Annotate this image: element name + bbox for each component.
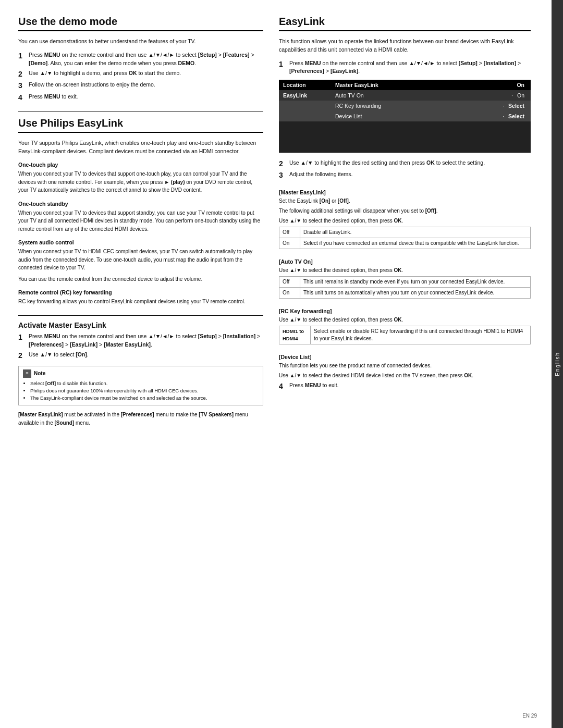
table-rc-value: ·Select: [414, 101, 531, 111]
table-empty-4: [279, 140, 531, 146]
auto-tv-on-instruction: Use ▲/▼ to select the desired option, th…: [279, 266, 531, 274]
auto-tv-on-key: On: [279, 288, 300, 299]
table-autotv-label: Auto TV On: [331, 90, 414, 101]
auto-tv-on-desc: This unit turns on automatically when yo…: [300, 288, 531, 299]
table-row-device: Device List ·Select: [279, 111, 531, 121]
table-row-rc: RC Key forwarding ·Select: [279, 101, 531, 111]
demo-steps-list: 1 Press MENU on the remote control and t…: [18, 51, 263, 102]
easylink-intro: This function allows you to operate the …: [279, 38, 531, 54]
activate-master-easylink-section: Activate Master EasyLink 1 Press MENU on…: [18, 321, 263, 427]
demo-mode-intro: You can use demonstrations to better und…: [18, 38, 263, 46]
option-on-desc: Select if you have connected an external…: [300, 238, 531, 249]
table-device-label: Device List: [331, 111, 414, 121]
device-list-steps: 4 Press MENU to exit.: [279, 381, 531, 391]
left-column: Use the demo mode You can use demonstrat…: [18, 16, 263, 712]
rc-key-bracket: [RC Key forwarding]: [279, 308, 531, 314]
table-empty-2: [279, 128, 531, 134]
philips-easylink-title: Use Philips EasyLink: [18, 117, 263, 133]
philips-easylink-intro: Your TV supports Philips EasyLink, which…: [18, 139, 263, 156]
rc-key-hdmi-row: HDMI1 to HDMI4 Select enable or disable …: [279, 326, 531, 344]
demo-mode-title: Use the demo mode: [18, 16, 263, 31]
master-easylink-options: Off Disable all EasyLink. On Select if y…: [279, 227, 531, 249]
table-device-empty: [279, 111, 331, 121]
table-autotv-value: ·On: [414, 90, 531, 101]
one-touch-play-text: When you connect your TV to devices that…: [18, 170, 263, 194]
one-touch-play-heading: One-touch play: [18, 162, 263, 168]
divider-1: [18, 112, 263, 112]
side-language-label: English: [555, 352, 560, 376]
note-bullet-2: Philips does not guarantee 100% interope…: [30, 387, 259, 394]
rc-key-instruction: Use ▲/▼ to select the desired option, th…: [279, 316, 531, 324]
table-empty-1: [279, 121, 531, 128]
option-on-key: On: [279, 238, 300, 249]
system-audio-text1: When you connect your TV to HDMI CEC com…: [18, 248, 263, 272]
note-box: ≡ Note Select [Off] to disable this func…: [18, 366, 263, 406]
easylink-step-3: 3 Adjust the following items.: [279, 170, 531, 180]
easylink-title: EasyLink: [279, 16, 531, 31]
rc-hdmi-desc: Select enable or disable RC key forwardi…: [311, 326, 531, 344]
note-bullet-1: Select [Off] to disable this function.: [30, 380, 259, 387]
demo-mode-section: Use the demo mode You can use demonstrat…: [18, 16, 263, 102]
option-off-desc: Disable all EasyLink.: [300, 227, 531, 238]
demo-step-1: 1 Press MENU on the remote control and t…: [18, 51, 263, 68]
auto-tv-off-key: Off: [279, 277, 300, 288]
activate-master-easylink-title: Activate Master EasyLink: [18, 321, 263, 329]
master-easylink-bracket: [Master EasyLink]: [279, 189, 531, 195]
master-easylink-instruction: Use ▲/▼ to select the desired option, th…: [279, 217, 531, 225]
one-touch-standby-text: When you connect your TV to devices that…: [18, 209, 263, 233]
option-off-key: Off: [279, 227, 300, 238]
rc-hdmi-key: HDMI1 to HDMI4: [279, 326, 311, 344]
auto-tv-off-desc: This unit remains in standby mode even i…: [300, 277, 531, 288]
easylink-menu-table: Location Master EasyLink On EasyLink Aut…: [279, 80, 531, 153]
rc-key-options: HDMI1 to HDMI4 Select enable or disable …: [279, 326, 531, 344]
note-icon: ≡: [23, 369, 31, 378]
side-language-tab: English: [552, 0, 563, 728]
device-list-detail: [Device List] This function lets you see…: [279, 354, 531, 391]
option-on-row: On Select if you have connected an exter…: [279, 238, 531, 249]
activate-step-2: 2 Use ▲/▼ to select [On].: [18, 351, 263, 360]
device-list-bracket: [Device List]: [279, 354, 531, 360]
table-device-value: ·Select: [414, 111, 531, 121]
table-empty-5: [279, 146, 531, 153]
rc-forwarding-text: RC key forwarding allows you to control …: [18, 298, 263, 306]
table-empty-3: [279, 134, 531, 140]
table-rc-empty: [279, 101, 331, 111]
easylink-section: EasyLink This function allows you to ope…: [279, 16, 531, 180]
option-off-row: Off Disable all EasyLink.: [279, 227, 531, 238]
table-col-on: On: [414, 80, 531, 90]
master-easylink-detail: [Master EasyLink] Set the EasyLink [On] …: [279, 189, 531, 249]
easylink-step-2: 2 Use ▲/▼ to highlight the desired setti…: [279, 159, 531, 168]
one-touch-standby-heading: One-touch standby: [18, 201, 263, 207]
table-col-master: Master EasyLink: [331, 80, 414, 90]
divider-2: [18, 315, 263, 316]
table-row-easylink: EasyLink Auto TV On ·On: [279, 90, 531, 101]
demo-step-2: 2 Use ▲/▼ to highlight a demo, and press…: [18, 69, 263, 79]
system-audio-text2: You can use the remote control from the …: [18, 275, 263, 283]
auto-tv-on-bracket: [Auto TV On]: [279, 258, 531, 265]
note-label: Note: [34, 369, 45, 377]
easylink-step-1: 1 Press MENU on the remote control and t…: [279, 59, 531, 76]
table-col-location: Location: [279, 80, 331, 90]
activate-step-1: 1 Press MENU on the remote control and t…: [18, 332, 263, 349]
device-list-desc: This function lets you see the product n…: [279, 362, 531, 369]
page-footer: EN 29: [522, 713, 537, 719]
footer-note-text: [Master EasyLink] must be activated in t…: [18, 411, 263, 427]
activate-steps-list: 1 Press MENU on the remote control and t…: [18, 332, 263, 361]
rc-forwarding-heading: Remote control (RC) key forwarding: [18, 289, 263, 295]
auto-tv-off-row: Off This unit remains in standby mode ev…: [279, 277, 531, 288]
auto-tv-on-row: On This unit turns on automatically when…: [279, 288, 531, 299]
demo-step-3: 3 Follow the on-screen instructions to e…: [18, 81, 263, 90]
table-easylink-label: EasyLink: [279, 90, 331, 101]
demo-step-4: 4 Press MENU to exit.: [18, 93, 263, 102]
device-list-instruction: Use ▲/▼ to select the desired HDMI devic…: [279, 372, 531, 379]
rc-key-detail: [RC Key forwarding] Use ▲/▼ to select th…: [279, 308, 531, 344]
system-audio-heading: System audio control: [18, 239, 263, 245]
note-header: ≡ Note: [23, 369, 259, 378]
note-bullets-list: Select [Off] to disable this function. P…: [23, 380, 259, 402]
master-easylink-desc: Set the EasyLink [On] or [Off].: [279, 197, 531, 205]
right-column: EasyLink This function allows you to ope…: [279, 16, 531, 712]
philips-easylink-section: Use Philips EasyLink Your TV supports Ph…: [18, 117, 263, 306]
note-bullet-3: The EasyLink-compliant device must be sw…: [30, 394, 259, 402]
master-easylink-subdesc: The following additional settings will d…: [279, 207, 531, 215]
easylink-steps-list: 1 Press MENU on the remote control and t…: [279, 59, 531, 76]
